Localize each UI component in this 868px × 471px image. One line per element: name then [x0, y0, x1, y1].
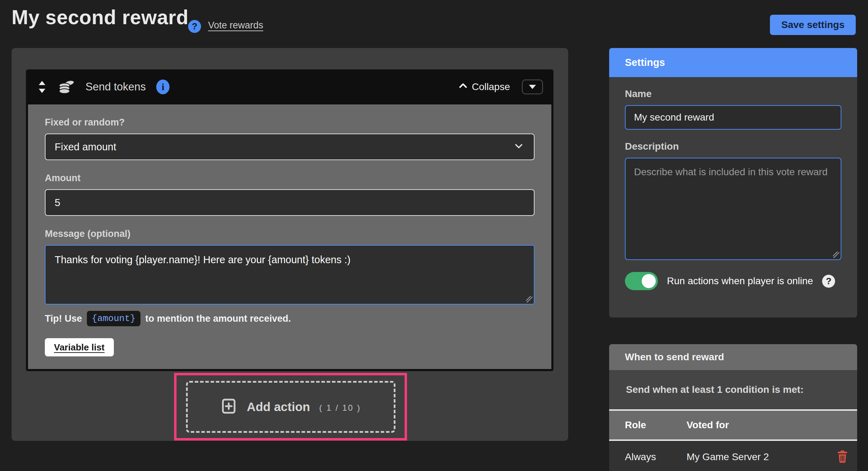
action-title: Send tokens: [85, 81, 146, 93]
resize-handle-icon[interactable]: [526, 296, 532, 302]
delete-condition-button[interactable]: [836, 450, 849, 464]
message-textarea[interactable]: Thanks for voting {player.name}! Here ar…: [45, 245, 535, 305]
description-label: Description: [625, 141, 841, 152]
settings-panel: Settings Name Description Run actions wh…: [609, 48, 857, 318]
conditions-subtitle: Send when at least 1 condition is met:: [609, 370, 857, 411]
tip-suffix: to mention the amount received.: [145, 313, 291, 324]
toggle-knob: [642, 274, 656, 288]
online-toggle-row: Run actions when player is online ?: [625, 272, 841, 290]
amount-input[interactable]: [45, 189, 535, 216]
description-textarea[interactable]: [625, 158, 841, 260]
online-toggle[interactable]: [625, 272, 658, 290]
select-chevron-icon: [513, 140, 525, 153]
trash-icon: [836, 450, 849, 464]
column-role: Role: [625, 419, 687, 431]
chevron-up-icon: [458, 81, 468, 94]
add-action-counter: ( 1 / 10 ): [319, 401, 361, 413]
coins-icon: [57, 78, 76, 96]
plus-square-icon: [220, 397, 237, 416]
add-action-button[interactable]: Add action ( 1 / 10 ): [186, 381, 395, 433]
info-icon[interactable]: i: [156, 80, 170, 94]
tip-prefix: Tip! Use: [45, 313, 82, 324]
chevron-down-icon: [529, 85, 536, 89]
condition-voted-for: My Game Server 2: [687, 451, 836, 463]
vote-rewards-link[interactable]: Vote rewards: [208, 20, 263, 31]
help-icon[interactable]: ?: [188, 20, 201, 33]
condition-role: Always: [625, 451, 687, 463]
select-value: Fixed amount: [55, 141, 116, 153]
action-card-body: Fixed or random? Fixed amount Amount Mes…: [26, 104, 553, 371]
conditions-header: When to send reward: [609, 344, 857, 370]
vote-reward-editor-page: My second reward ? Vote rewards Save set…: [0, 0, 868, 471]
collapse-label: Collapse: [472, 81, 510, 93]
tip-text: Tip! Use {amount} to mention the amount …: [45, 311, 535, 326]
actions-panel: Send tokens i Collapse Fixed or random?: [12, 48, 568, 441]
amount-label: Amount: [45, 173, 535, 184]
highlight-annotation: Add action ( 1 / 10 ): [174, 373, 407, 441]
settings-header: Settings: [609, 48, 857, 77]
conditions-panel: When to send reward Send when at least 1…: [609, 344, 857, 471]
action-card-send-tokens: Send tokens i Collapse Fixed or random?: [26, 69, 553, 371]
collapse-button[interactable]: Collapse: [458, 81, 510, 94]
message-label: Message (optional): [45, 228, 535, 239]
question-icon[interactable]: ?: [822, 275, 835, 288]
name-input[interactable]: [625, 105, 841, 130]
resize-handle-icon[interactable]: [833, 252, 839, 258]
name-label: Name: [625, 88, 841, 100]
drag-handle-icon[interactable]: [36, 80, 48, 94]
add-action-label: Add action: [247, 400, 310, 414]
action-card-header: Send tokens i Collapse: [26, 69, 553, 104]
column-voted-for: Voted for: [687, 419, 841, 431]
conditions-table-header: Role Voted for: [609, 411, 857, 441]
amount-variable-chip: {amount}: [87, 311, 140, 326]
online-toggle-label: Run actions when player is online: [667, 275, 813, 287]
page-title: My second reward: [12, 6, 188, 29]
settings-body: Name Description Run actions when player…: [609, 77, 857, 318]
fixed-or-random-select[interactable]: Fixed amount: [45, 134, 535, 160]
action-menu-button[interactable]: [522, 80, 543, 94]
variable-list-button[interactable]: Variable list: [45, 338, 114, 356]
condition-row: Always My Game Server 2: [609, 441, 857, 471]
type-label: Fixed or random?: [45, 117, 535, 128]
save-settings-button[interactable]: Save settings: [770, 15, 856, 35]
